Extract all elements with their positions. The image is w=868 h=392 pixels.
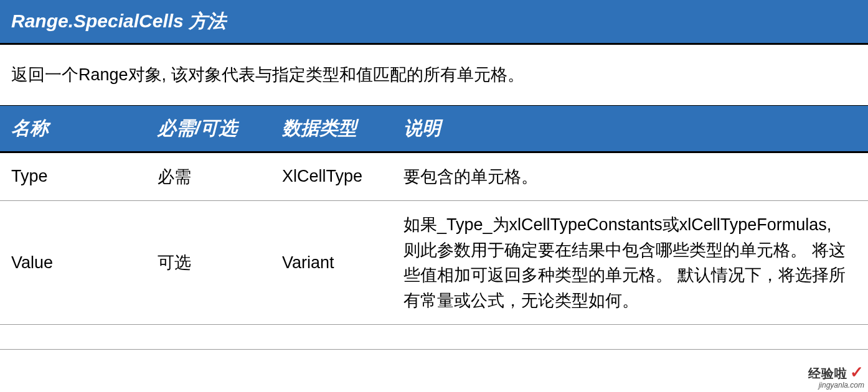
table-row: Type 必需 XlCellType 要包含的单元格。: [0, 153, 868, 202]
cell-name: Value: [0, 242, 146, 284]
cell-description: [392, 326, 868, 348]
cell-name: Type: [0, 156, 146, 197]
cell-name: [0, 326, 146, 348]
table-body: Type 必需 XlCellType 要包含的单元格。 Value 可选 Var…: [0, 153, 868, 350]
page-title: Range.SpecialCells 方法: [11, 11, 226, 31]
cell-datatype: [271, 326, 392, 348]
cell-required: 可选: [146, 240, 271, 285]
cell-description: 要包含的单元格。: [392, 153, 868, 201]
description-text: 返回一个Range对象, 该对象代表与指定类型和值匹配的所有单元格。: [0, 45, 868, 105]
watermark: 经验啦✓ jingyanla.com: [808, 363, 864, 390]
cell-datatype: Variant: [271, 242, 392, 284]
check-icon: ✓: [850, 363, 864, 381]
cell-description: 如果_Type_为xlCellTypeConstants或xlCellTypeF…: [392, 201, 868, 324]
watermark-url: jingyanla.com: [808, 381, 864, 390]
watermark-text: 经验啦✓: [808, 363, 864, 382]
header-description: 说明: [403, 116, 868, 141]
cell-required: 必需: [146, 154, 271, 199]
header-datatype: 数据类型: [282, 116, 403, 141]
table-row: [0, 325, 868, 350]
cell-datatype: XlCellType: [271, 156, 392, 197]
table-header-row: 名称 必需/可选 数据类型 说明: [0, 105, 868, 153]
title-bar: Range.SpecialCells 方法: [0, 0, 868, 45]
table-row: Value 可选 Variant 如果_Type_为xlCellTypeCons…: [0, 201, 868, 325]
header-required: 必需/可选: [158, 116, 282, 141]
header-name: 名称: [11, 116, 158, 141]
cell-required: [146, 326, 271, 348]
